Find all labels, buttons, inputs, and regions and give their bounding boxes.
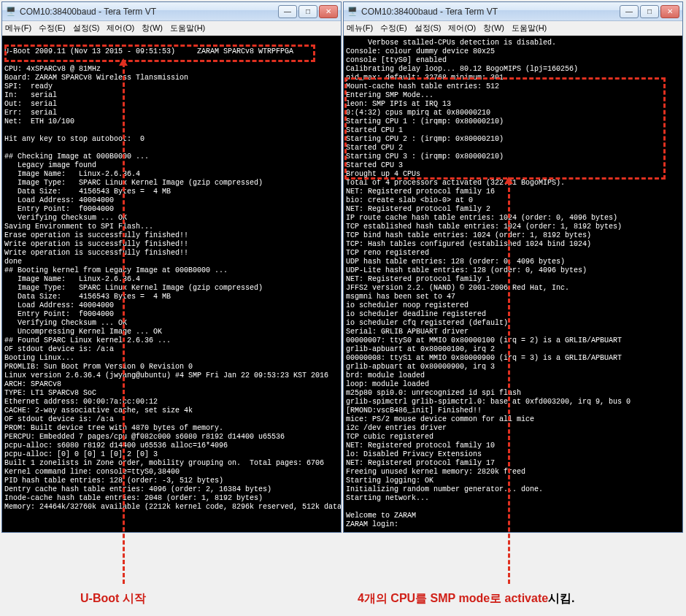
minimize-button[interactable]: — bbox=[620, 5, 639, 18]
menu-help[interactable]: 도움말(H) bbox=[512, 23, 547, 34]
caption-black-text: 시킴. bbox=[548, 592, 574, 604]
menu-edit[interactable]: 수정(E) bbox=[39, 23, 66, 34]
menu-setup[interactable]: 설정(S) bbox=[73, 23, 100, 34]
terminal-output-right[interactable]: Verbose stalled-CPUs detection is disabl… bbox=[344, 36, 682, 532]
menu-control[interactable]: 제어(O) bbox=[448, 23, 476, 34]
terminal-output-left[interactable]: U-Boot 2009.11 (Nov 13 2015 - 09:51:53) … bbox=[2, 36, 341, 532]
menu-help[interactable]: 도움말(H) bbox=[170, 23, 205, 34]
window-title-right: COM10:38400baud - Tera Term VT bbox=[361, 7, 620, 17]
menu-window[interactable]: 창(W) bbox=[142, 23, 163, 34]
caption-red-text: 4개의 CPU를 SMP mode로 activate bbox=[358, 592, 548, 604]
menu-control[interactable]: 제어(O) bbox=[107, 23, 134, 34]
menu-window[interactable]: 창(W) bbox=[483, 23, 504, 34]
app-icon: 🖥️ bbox=[347, 6, 358, 18]
caption-uboot-start: U-Boot 시작 bbox=[80, 591, 146, 607]
tera-term-window-left: 🖥️ COM10:38400baud - Tera Term VT — □ ✕ … bbox=[1, 1, 342, 533]
menubar-left: 메뉴(F) 수정(E) 설정(S) 제어(O) 창(W) 도움말(H) bbox=[2, 21, 341, 36]
titlebar-left[interactable]: 🖥️ COM10:38400baud - Tera Term VT — □ ✕ bbox=[2, 2, 341, 21]
window-controls-right: — □ ✕ bbox=[620, 5, 679, 18]
menubar-right: 메뉴(F) 수정(E) 설정(S) 제어(O) 창(W) 도움말(H) bbox=[344, 21, 682, 36]
app-icon: 🖥️ bbox=[5, 6, 17, 18]
maximize-button[interactable]: □ bbox=[298, 5, 317, 18]
tera-term-window-right: 🖥️ COM10:38400baud - Tera Term VT — □ ✕ … bbox=[343, 1, 683, 533]
menu-setup[interactable]: 설정(S) bbox=[415, 23, 442, 34]
menu-edit[interactable]: 수정(E) bbox=[380, 23, 407, 34]
close-button[interactable]: ✕ bbox=[319, 5, 338, 18]
window-title-left: COM10:38400baud - Tera Term VT bbox=[20, 7, 278, 17]
caption-smp-activate: 4개의 CPU를 SMP mode로 activate시킴. bbox=[358, 591, 575, 607]
titlebar-right[interactable]: 🖥️ COM10:38400baud - Tera Term VT — □ ✕ bbox=[344, 2, 682, 21]
minimize-button[interactable]: — bbox=[278, 5, 297, 18]
maximize-button[interactable]: □ bbox=[640, 5, 659, 18]
window-controls-left: — □ ✕ bbox=[278, 5, 338, 18]
close-button[interactable]: ✕ bbox=[660, 5, 679, 18]
menu-file[interactable]: 메뉴(F) bbox=[347, 23, 373, 34]
menu-file[interactable]: 메뉴(F) bbox=[5, 23, 31, 34]
